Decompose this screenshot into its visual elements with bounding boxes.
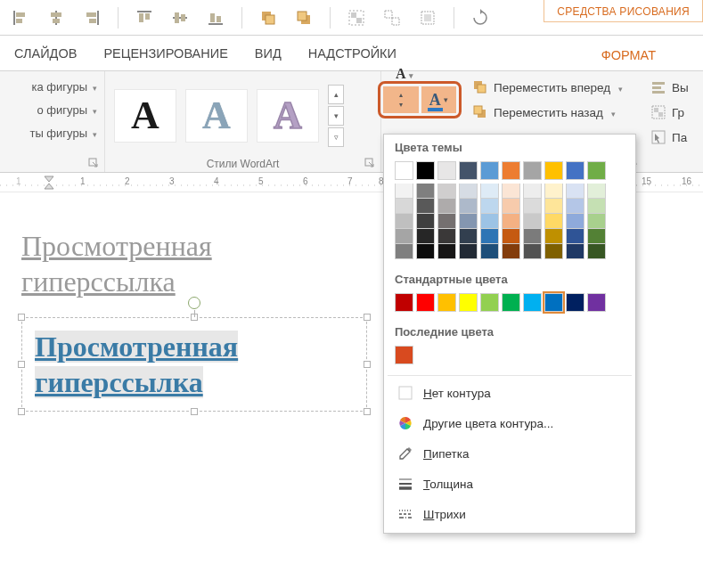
- color-swatch[interactable]: [395, 293, 413, 312]
- color-swatch[interactable]: [459, 229, 478, 244]
- send-backward-icon[interactable]: [294, 8, 314, 28]
- color-swatch[interactable]: [587, 214, 606, 229]
- align-center-icon[interactable]: [46, 8, 66, 28]
- color-swatch[interactable]: [587, 161, 606, 180]
- wordart-gallery-spinner[interactable]: ▴▾▿: [328, 85, 344, 147]
- no-outline-item[interactable]: Нет контура: [384, 378, 635, 408]
- wordart-preset-1[interactable]: A: [114, 89, 176, 143]
- color-swatch[interactable]: [523, 199, 542, 214]
- resize-handle[interactable]: [364, 361, 371, 368]
- resize-handle[interactable]: [191, 408, 198, 415]
- color-swatch[interactable]: [459, 293, 478, 312]
- color-swatch[interactable]: [587, 199, 606, 214]
- color-swatch[interactable]: [566, 293, 584, 312]
- text-outline-button-highlighted[interactable]: ▴▾ A ▾: [378, 81, 462, 118]
- color-swatch[interactable]: [480, 199, 499, 214]
- color-swatch[interactable]: [523, 214, 542, 229]
- color-swatch[interactable]: [416, 244, 435, 259]
- resize-handle[interactable]: [18, 408, 25, 415]
- color-swatch[interactable]: [437, 214, 456, 229]
- regroup-icon[interactable]: [418, 8, 437, 28]
- color-swatch[interactable]: [480, 229, 499, 244]
- visited-hyperlink-text-2[interactable]: Просмотренная гиперссылка: [35, 331, 238, 398]
- tab-slides[interactable]: СЛАЙДОВ: [7, 41, 84, 66]
- color-swatch[interactable]: [459, 199, 478, 214]
- color-swatch[interactable]: [502, 229, 520, 244]
- align-button[interactable]: Вы: [650, 75, 689, 100]
- color-swatch[interactable]: [544, 161, 563, 180]
- color-swatch[interactable]: [544, 229, 563, 244]
- align-bottom-icon[interactable]: [206, 8, 225, 28]
- color-swatch[interactable]: [523, 184, 542, 199]
- wordart-preset-3[interactable]: A: [257, 89, 319, 143]
- color-swatch[interactable]: [395, 244, 413, 259]
- color-swatch[interactable]: [502, 161, 520, 180]
- resize-handle[interactable]: [364, 314, 371, 321]
- shape-fill-button[interactable]: ка фигуры: [7, 75, 97, 98]
- color-swatch[interactable]: [437, 244, 456, 259]
- tab-format[interactable]: ФОРМАТ: [594, 43, 663, 68]
- color-swatch[interactable]: [587, 244, 606, 259]
- color-swatch[interactable]: [437, 229, 456, 244]
- color-swatch[interactable]: [544, 199, 563, 214]
- color-swatch[interactable]: [395, 184, 413, 199]
- color-swatch[interactable]: [437, 293, 456, 312]
- color-swatch[interactable]: [437, 184, 456, 199]
- color-swatch[interactable]: [523, 293, 542, 312]
- color-swatch[interactable]: [544, 244, 563, 259]
- color-swatch[interactable]: [523, 244, 542, 259]
- bring-forward-icon[interactable]: [258, 8, 278, 28]
- color-swatch[interactable]: [480, 293, 499, 312]
- color-swatch[interactable]: [395, 229, 413, 244]
- color-swatch[interactable]: [544, 293, 563, 312]
- shape-effects-button[interactable]: ты фигуры: [7, 121, 97, 144]
- align-left-icon[interactable]: [11, 8, 30, 28]
- group-icon[interactable]: [347, 8, 366, 28]
- more-outline-colors-item[interactable]: Другие цвета контура...: [384, 408, 635, 438]
- color-swatch[interactable]: [437, 199, 456, 214]
- color-swatch[interactable]: [480, 244, 499, 259]
- color-swatch[interactable]: [587, 229, 606, 244]
- color-swatch[interactable]: [523, 161, 542, 180]
- dashes-submenu-item[interactable]: Штрихи: [384, 499, 635, 529]
- color-swatch[interactable]: [566, 229, 584, 244]
- color-swatch[interactable]: [395, 214, 413, 229]
- rotate-handle[interactable]: [188, 297, 200, 309]
- text-fill-button[interactable]: A ▾: [396, 66, 413, 82]
- resize-handle[interactable]: [18, 314, 25, 321]
- color-swatch[interactable]: [502, 214, 520, 229]
- weight-submenu-item[interactable]: Толщина: [384, 469, 635, 499]
- color-swatch[interactable]: [395, 346, 413, 364]
- selection-pane-button[interactable]: Па: [650, 125, 689, 150]
- color-swatch[interactable]: [480, 161, 499, 180]
- dialog-launcher-icon[interactable]: [364, 158, 375, 168]
- dialog-launcher-icon[interactable]: [88, 158, 99, 168]
- group-button[interactable]: Гр: [650, 100, 689, 125]
- color-swatch[interactable]: [544, 214, 563, 229]
- color-swatch[interactable]: [416, 184, 435, 199]
- color-swatch[interactable]: [502, 244, 520, 259]
- color-swatch[interactable]: [502, 293, 520, 312]
- align-top-icon[interactable]: [135, 8, 154, 28]
- color-swatch[interactable]: [566, 199, 584, 214]
- selected-textbox[interactable]: Просмотренная гиперссылка: [21, 317, 367, 412]
- align-right-icon[interactable]: [82, 8, 102, 28]
- color-swatch[interactable]: [502, 199, 520, 214]
- color-swatch[interactable]: [566, 214, 584, 229]
- color-swatch[interactable]: [544, 184, 563, 199]
- color-swatch[interactable]: [395, 199, 413, 214]
- shape-outline-button[interactable]: о фигуры: [7, 98, 97, 121]
- color-swatch[interactable]: [459, 161, 478, 180]
- color-swatch[interactable]: [566, 244, 584, 259]
- align-middle-icon[interactable]: [170, 8, 190, 28]
- color-swatch[interactable]: [437, 161, 456, 180]
- resize-handle[interactable]: [364, 408, 371, 415]
- tab-addins[interactable]: НАДСТРОЙКИ: [301, 41, 404, 66]
- color-swatch[interactable]: [459, 244, 478, 259]
- eyedropper-item[interactable]: Пипетка: [384, 438, 635, 469]
- color-swatch[interactable]: [566, 184, 584, 199]
- wordart-preset-2[interactable]: A: [185, 89, 248, 143]
- ungroup-icon[interactable]: [382, 8, 402, 28]
- color-swatch[interactable]: [416, 161, 435, 180]
- color-swatch[interactable]: [416, 199, 435, 214]
